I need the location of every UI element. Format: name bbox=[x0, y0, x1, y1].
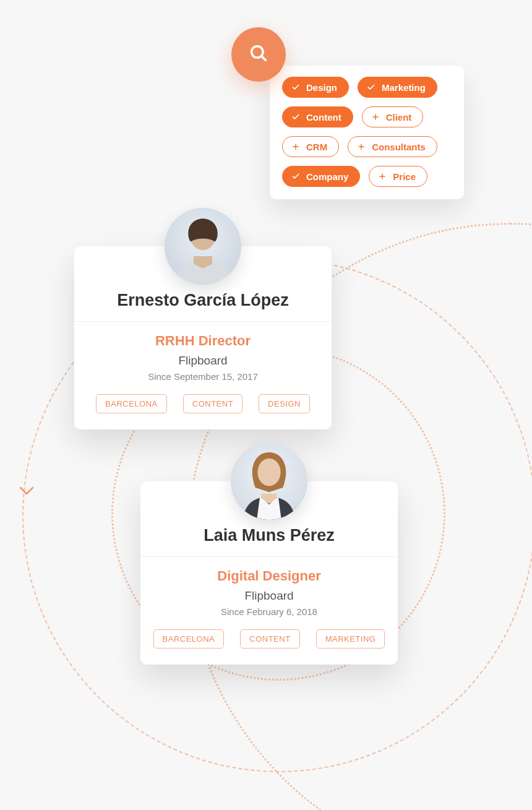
filter-chip-crm[interactable]: CRM bbox=[282, 136, 339, 157]
profile-role: Digital Designer bbox=[154, 568, 384, 584]
divider bbox=[140, 556, 398, 557]
filter-chip-price[interactable]: Price bbox=[369, 166, 427, 187]
profile-tags: BARCELONA CONTENT MARKETING bbox=[154, 629, 384, 648]
filter-chip-marketing[interactable]: Marketing bbox=[358, 77, 437, 98]
plus-icon bbox=[291, 142, 300, 151]
profile-tag[interactable]: MARKETING bbox=[316, 629, 385, 648]
filter-chip-content[interactable]: Content bbox=[282, 106, 353, 127]
profile-name: Ernesto García López bbox=[88, 291, 318, 321]
profile-tag[interactable]: DESIGN bbox=[259, 394, 310, 413]
profile-tag[interactable]: BARCELONA bbox=[153, 629, 225, 648]
check-icon bbox=[291, 83, 300, 92]
filter-chip-label: Price bbox=[393, 171, 416, 182]
filter-chip-label: Content bbox=[306, 112, 341, 123]
avatar bbox=[231, 443, 307, 520]
filter-chip-label: Client bbox=[386, 112, 412, 123]
check-icon bbox=[367, 83, 375, 92]
profile-card: Ernesto García López RRHH Director Flipb… bbox=[74, 246, 332, 429]
filter-chip-consultants[interactable]: Consultants bbox=[348, 136, 437, 157]
filter-chip-client[interactable]: Client bbox=[362, 106, 424, 127]
profile-company: Flipboard bbox=[88, 354, 318, 368]
profile-company: Flipboard bbox=[154, 589, 384, 603]
plus-icon bbox=[378, 172, 387, 181]
profile-role: RRHH Director bbox=[88, 333, 318, 349]
search-button[interactable] bbox=[231, 27, 286, 82]
profile-tags: BARCELONA CONTENT DESIGN bbox=[88, 394, 318, 413]
svg-point-13 bbox=[257, 459, 280, 486]
filter-chip-company[interactable]: Company bbox=[282, 166, 360, 187]
divider bbox=[74, 321, 332, 322]
filter-chip-label: Marketing bbox=[382, 82, 426, 93]
check-icon bbox=[291, 172, 300, 181]
profile-tag[interactable]: BARCELONA bbox=[96, 394, 167, 413]
chevron-down-icon bbox=[17, 481, 36, 500]
profile-tag[interactable]: CONTENT bbox=[183, 394, 242, 413]
filter-chip-label: Company bbox=[306, 171, 348, 182]
filter-chip-design[interactable]: Design bbox=[282, 77, 349, 98]
profile-card: Laia Muns Pérez Digital Designer Flipboa… bbox=[140, 481, 398, 665]
profile-tag[interactable]: CONTENT bbox=[240, 629, 299, 648]
filter-chip-label: CRM bbox=[306, 142, 327, 152]
svg-line-1 bbox=[262, 56, 266, 61]
search-icon bbox=[248, 43, 269, 66]
plus-icon bbox=[357, 142, 366, 151]
check-icon bbox=[291, 113, 300, 121]
filter-chip-label: Design bbox=[306, 82, 337, 93]
profile-since: Since September 15, 2017 bbox=[88, 371, 318, 382]
profile-since: Since February 6, 2018 bbox=[154, 606, 384, 617]
filter-panel: Design Marketing Content Client CRM Cons… bbox=[270, 66, 464, 199]
plus-icon bbox=[371, 113, 380, 121]
profile-name: Laia Muns Pérez bbox=[154, 526, 384, 556]
avatar bbox=[165, 208, 241, 285]
filter-chip-label: Consultants bbox=[372, 142, 426, 152]
